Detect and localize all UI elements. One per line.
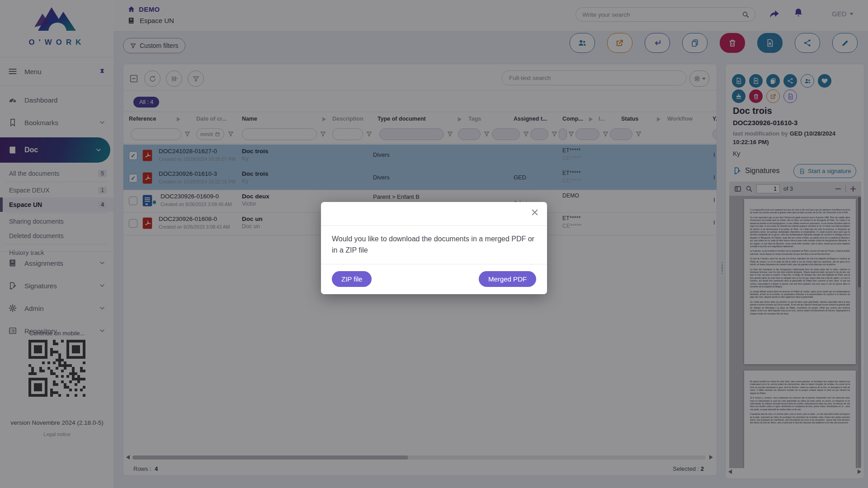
close-icon[interactable] [531, 208, 539, 216]
download-choice-modal: Would you like to download the documents… [321, 202, 547, 294]
merged-pdf-button[interactable]: Merged PDF [479, 271, 536, 287]
modal-message: Would you like to download the documents… [321, 226, 547, 264]
zip-file-button[interactable]: ZIP file [332, 271, 372, 287]
modal-header [321, 202, 547, 226]
modal-footer: ZIP file Merged PDF [321, 264, 547, 294]
